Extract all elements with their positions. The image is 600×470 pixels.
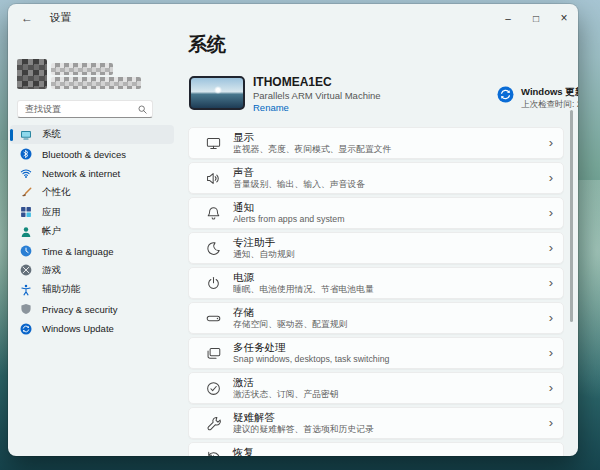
sidebar: 系统Bluetooth & devicesNetwork & internet个… <box>8 32 180 456</box>
sidebar-nav: 系统Bluetooth & devicesNetwork & internet个… <box>8 125 180 338</box>
search-input[interactable] <box>25 104 138 114</box>
settings-row-sound[interactable]: 声音音量级别、输出、输入、声音设备› <box>188 162 564 194</box>
settings-row-display[interactable]: 显示监视器、亮度、夜间模式、显示配置文件› <box>188 127 564 159</box>
settings-row-title: 通知 <box>233 201 549 214</box>
back-button[interactable]: ← <box>21 12 33 24</box>
settings-row-text: 专注助手通知、自动规则 <box>233 236 549 260</box>
sidebar-item-privacy-security[interactable]: Privacy & security <box>10 300 174 319</box>
system-icon <box>20 129 32 141</box>
window-title: 设置 <box>50 11 71 25</box>
chevron-right-icon: › <box>549 171 553 186</box>
privacy-icon <box>20 303 32 315</box>
settings-search-box[interactable] <box>17 100 153 118</box>
sidebar-item-label: 个性化 <box>42 186 71 199</box>
chevron-right-icon: › <box>549 311 553 326</box>
sidebar-item-accessibility[interactable]: 辅助功能 <box>10 280 174 299</box>
search-icon <box>138 105 147 114</box>
sidebar-item-label: 系统 <box>42 128 61 141</box>
display-icon <box>205 135 222 152</box>
settings-row-title: 恢复 <box>233 446 549 456</box>
settings-row-activation[interactable]: 激活激活状态、订阅、产品密钥› <box>188 372 564 404</box>
bluetooth-icon <box>20 148 32 160</box>
settings-row-text: 通知Alerts from apps and system <box>233 201 549 225</box>
windows-update-status-icon <box>497 86 514 103</box>
sidebar-item-gaming[interactable]: 游戏 <box>10 261 174 280</box>
settings-row-subtitle: 存储空间、驱动器、配置规则 <box>233 319 549 330</box>
settings-row-text: 多任务处理Snap windows, desktops, task switch… <box>233 341 549 365</box>
sidebar-item-label: 辅助功能 <box>42 283 80 296</box>
windows-update-status: 上次检查时间: 29 分钟前 <box>521 99 578 111</box>
gaming-icon <box>20 264 32 276</box>
sidebar-item-label: 帐户 <box>42 225 61 238</box>
sidebar-item-time-language[interactable]: Time & language <box>10 241 174 260</box>
minimize-button[interactable]: – <box>494 4 522 32</box>
selected-indicator <box>10 129 13 141</box>
settings-row-focus-assist[interactable]: 专注助手通知、自动规则› <box>188 232 564 264</box>
settings-row-subtitle: Alerts from apps and system <box>233 214 549 225</box>
chevron-right-icon: › <box>549 241 553 256</box>
settings-row-title: 激活 <box>233 376 549 389</box>
settings-row-title: 专注助手 <box>233 236 549 249</box>
time-language-icon <box>20 245 32 257</box>
settings-list: 显示监视器、亮度、夜间模式、显示配置文件›声音音量级别、输出、输入、声音设备›通… <box>188 127 564 456</box>
settings-row-notifications[interactable]: 通知Alerts from apps and system› <box>188 197 564 229</box>
settings-row-subtitle: 通知、自动规则 <box>233 249 549 260</box>
sidebar-item-windows-update[interactable]: Windows Update <box>10 319 174 338</box>
rename-link[interactable]: Rename <box>253 102 289 113</box>
settings-row-subtitle: 睡眠、电池使用情况、节省电池电量 <box>233 284 549 295</box>
recovery-icon <box>205 450 222 457</box>
page-title: 系统 <box>188 32 226 58</box>
titlebar: ← 设置 – □ × <box>8 4 578 32</box>
user-avatar[interactable] <box>17 59 47 89</box>
settings-row-title: 显示 <box>233 131 549 144</box>
sound-icon <box>205 170 222 187</box>
chevron-right-icon: › <box>549 136 553 151</box>
chevron-right-icon: › <box>549 276 553 291</box>
device-model: Parallels ARM Virtual Machine <box>253 90 381 101</box>
settings-row-text: 激活激活状态、订阅、产品密钥 <box>233 376 549 400</box>
scrollbar-thumb[interactable] <box>570 110 573 322</box>
settings-row-recovery[interactable]: 恢复重置、高级启动、返回› <box>188 442 564 456</box>
sidebar-item-label: Network & internet <box>42 168 120 179</box>
accessibility-icon <box>20 284 32 296</box>
window-controls: – □ × <box>494 4 578 32</box>
windows-update-icon <box>20 323 32 335</box>
settings-row-title: 声音 <box>233 166 549 179</box>
close-button[interactable]: × <box>550 4 578 32</box>
settings-window: ← 设置 – □ × 系统Bluetooth & devicesNetwork … <box>8 4 578 456</box>
settings-row-troubleshoot[interactable]: 疑难解答建议的疑难解答、首选项和历史记录› <box>188 407 564 439</box>
settings-row-title: 疑难解答 <box>233 411 549 424</box>
settings-row-multitasking[interactable]: 多任务处理Snap windows, desktops, task switch… <box>188 337 564 369</box>
settings-row-text: 声音音量级别、输出、输入、声音设备 <box>233 166 549 190</box>
user-email-censored <box>51 77 141 89</box>
settings-row-storage[interactable]: 存储存储空间、驱动器、配置规则› <box>188 302 564 334</box>
settings-row-text: 存储存储空间、驱动器、配置规则 <box>233 306 549 330</box>
focus-assist-icon <box>205 240 222 257</box>
settings-row-power[interactable]: 电源睡眠、电池使用情况、节省电池电量› <box>188 267 564 299</box>
sidebar-item-accounts[interactable]: 帐户 <box>10 222 174 241</box>
sidebar-item-bluetooth-devices[interactable]: Bluetooth & devices <box>10 144 174 163</box>
multitasking-icon <box>205 345 222 362</box>
chevron-right-icon: › <box>549 381 553 396</box>
windows-update-title[interactable]: Windows 更新 <box>521 86 578 99</box>
sidebar-item-personalization[interactable]: 个性化 <box>10 183 174 202</box>
sidebar-item-label: Windows Update <box>42 323 114 334</box>
storage-icon <box>205 310 222 327</box>
chevron-right-icon: › <box>549 451 553 457</box>
troubleshoot-icon <box>205 415 222 432</box>
notifications-icon <box>205 205 222 222</box>
network-icon <box>20 167 32 179</box>
chevron-right-icon: › <box>549 346 553 361</box>
device-thumbnail <box>189 76 245 110</box>
sidebar-item-label: Privacy & security <box>42 304 118 315</box>
sidebar-item-network-internet[interactable]: Network & internet <box>10 164 174 183</box>
maximize-button[interactable]: □ <box>522 4 550 32</box>
settings-row-title: 多任务处理 <box>233 341 549 354</box>
settings-row-subtitle: 建议的疑难解答、首选项和历史记录 <box>233 424 549 435</box>
settings-row-subtitle: 音量级别、输出、输入、声音设备 <box>233 179 549 190</box>
settings-row-text: 显示监视器、亮度、夜间模式、显示配置文件 <box>233 131 549 155</box>
sidebar-item-apps[interactable]: 应用 <box>10 203 174 222</box>
activation-icon <box>205 380 222 397</box>
settings-row-text: 恢复重置、高级启动、返回 <box>233 446 549 456</box>
sidebar-item-system[interactable]: 系统 <box>10 125 174 144</box>
